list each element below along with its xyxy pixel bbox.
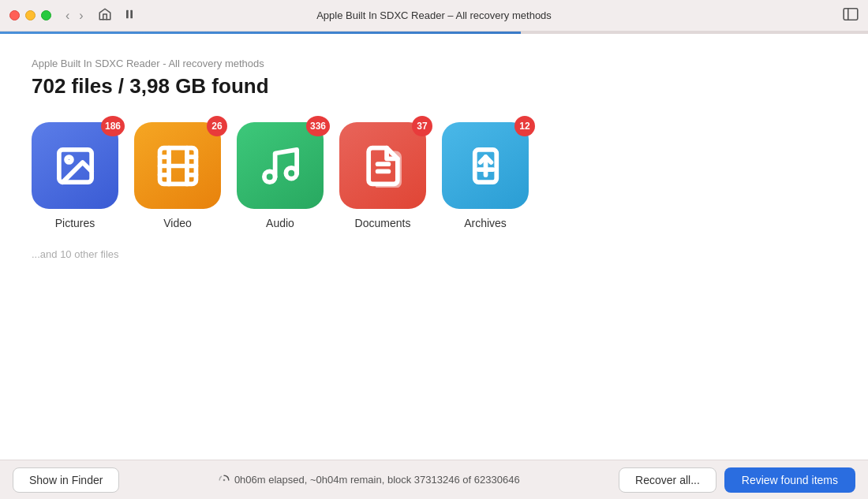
card-audio-icon-wrap: 336: [237, 122, 324, 209]
back-button[interactable]: ‹: [62, 7, 73, 24]
other-files-text: ...and 10 other files: [32, 248, 836, 260]
breadcrumb: Apple Built In SDXC Reader - All recover…: [32, 58, 836, 69]
traffic-lights: [9, 10, 51, 20]
card-audio[interactable]: 336 Audio: [237, 122, 324, 229]
close-button[interactable]: [9, 10, 20, 20]
pictures-badge: 186: [101, 116, 125, 136]
pictures-label: Pictures: [55, 217, 95, 229]
progress-bar-fill: [0, 32, 521, 34]
home-button[interactable]: [98, 7, 112, 24]
pause-button[interactable]: [123, 8, 136, 23]
bottom-bar: Show in Finder 0h06m elapsed, ~0h04m rem…: [0, 460, 868, 499]
archive-icon: [464, 144, 507, 188]
documents-icon: [361, 144, 405, 188]
svg-point-15: [286, 167, 297, 178]
video-label: Video: [163, 217, 192, 229]
card-archives-icon-wrap: 12: [442, 122, 529, 209]
titlebar: ‹ › Apple Built In SDXC Reader – All rec…: [0, 0, 868, 32]
audio-badge: 336: [306, 116, 330, 136]
card-pictures-icon-wrap: 186: [32, 122, 118, 209]
main-content: Apple Built In SDXC Reader - All recover…: [0, 34, 868, 460]
maximize-button[interactable]: [41, 10, 51, 20]
card-documents[interactable]: 37 Documents: [339, 122, 426, 229]
minimize-button[interactable]: [25, 10, 36, 20]
spinner-icon: [219, 475, 230, 486]
card-video[interactable]: 26 Video: [134, 122, 221, 229]
card-video-icon-wrap: 26: [134, 122, 221, 209]
audio-label: Audio: [266, 217, 294, 229]
show-in-finder-button[interactable]: Show in Finder: [13, 467, 119, 493]
image-icon: [54, 144, 97, 188]
recover-all-button[interactable]: Recover all...: [619, 467, 716, 493]
svg-rect-2: [844, 8, 858, 19]
documents-label: Documents: [355, 217, 411, 229]
svg-point-14: [264, 171, 275, 182]
page-title: 702 files / 3,98 GB found: [32, 74, 836, 99]
archives-badge: 12: [514, 116, 535, 136]
sidebar-toggle-button[interactable]: [843, 8, 859, 24]
review-found-items-button[interactable]: Review found items: [724, 467, 855, 493]
window-title: Apple Built In SDXC Reader – All recover…: [316, 9, 552, 21]
svg-rect-1: [130, 10, 133, 19]
cards-row: 186 Pictures 26 Video: [32, 122, 836, 229]
status-text: 0h06m elapsed, ~0h04m remain, block 3731…: [234, 474, 520, 486]
action-buttons: Recover all... Review found items: [619, 467, 855, 493]
music-icon: [259, 144, 302, 188]
card-documents-icon-wrap: 37: [339, 122, 426, 209]
film-icon: [156, 144, 200, 188]
forward-button[interactable]: ›: [76, 7, 86, 24]
svg-point-23: [223, 479, 224, 480]
archives-label: Archives: [464, 217, 507, 229]
svg-point-5: [66, 157, 72, 162]
card-archives[interactable]: 12 Archives: [442, 122, 529, 229]
documents-badge: 37: [412, 116, 432, 136]
progress-bar-container: [0, 32, 868, 34]
svg-rect-0: [126, 10, 129, 19]
video-badge: 26: [207, 116, 227, 136]
card-pictures[interactable]: 186 Pictures: [32, 122, 118, 229]
status-area: 0h06m elapsed, ~0h04m remain, block 3731…: [219, 474, 520, 486]
